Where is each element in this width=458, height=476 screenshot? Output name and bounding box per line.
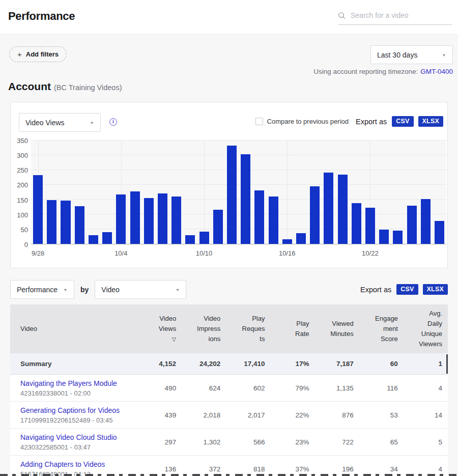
chart-bar-10/17[interactable] (296, 233, 306, 244)
account-heading: Account(BC Training Videos) (8, 80, 122, 93)
bar-slot (100, 141, 114, 244)
export-xlsx-button[interactable]: XLSX (418, 116, 443, 127)
bar-slot (128, 141, 141, 244)
cell-value: 372 (182, 465, 226, 473)
column-header-play-requests[interactable]: PlayRequests (226, 314, 270, 344)
chart-bar-10/21[interactable] (352, 203, 361, 244)
chart-bar-10/7[interactable] (158, 193, 167, 244)
chart-bar-10/10[interactable] (199, 232, 209, 244)
chart-bar-9/30[interactable] (61, 201, 70, 244)
performance-page: Performance + Add filters Last 30 days ▼… (0, 0, 458, 476)
cell-value: 2,018 (182, 411, 226, 419)
chart-bar-10/6[interactable] (144, 198, 154, 244)
chart-bar-10/18[interactable] (310, 186, 320, 244)
cell-value: 4 (404, 384, 448, 392)
chart-bars (31, 141, 446, 244)
metric-value: Video Views (25, 119, 65, 127)
chevron-down-icon: ▼ (63, 287, 68, 292)
chart-bar-10/16[interactable] (282, 239, 292, 244)
video-cell: Generating Captions for Videos1710999192… (10, 402, 137, 428)
video-title-link[interactable]: Navigating Video Cloud Studio (20, 433, 132, 441)
dimension-select[interactable]: Video ▼ (95, 280, 186, 299)
chart-bar-10/25[interactable] (407, 206, 417, 244)
timezone-link[interactable]: GMT-0400 (420, 68, 453, 75)
video-title-link[interactable]: Navigating the Players Module (20, 379, 132, 387)
info-icon[interactable]: i (109, 118, 117, 126)
header-line: Engage (359, 314, 398, 324)
header-line: Impress (182, 324, 220, 334)
summary-value: 17% (270, 360, 314, 368)
table-export-csv-button[interactable]: CSV (396, 284, 418, 295)
chart-bar-10/5[interactable] (130, 191, 140, 244)
chart-bar-10/8[interactable] (171, 197, 181, 244)
date-range-select[interactable]: Last 30 days ▼ (370, 45, 453, 64)
chart-bar-10/1[interactable] (75, 206, 84, 244)
chart-bar-9/29[interactable] (47, 200, 56, 244)
table-export-group: Export as CSV XLSX (360, 284, 448, 295)
chevron-down-icon: ▼ (90, 120, 94, 125)
top-bar: Performance (0, 0, 458, 35)
video-title-link[interactable]: Generating Captions for Videos (20, 406, 132, 414)
chart-bar-10/24[interactable] (393, 231, 403, 244)
header-line: Reques (226, 324, 265, 334)
column-header-viewed-minutes[interactable]: ViewedMinutes (315, 319, 359, 339)
chart-bar-10/19[interactable] (324, 173, 333, 244)
chart-bar-10/9[interactable] (185, 235, 195, 244)
y-tick-label: 50 (21, 226, 28, 233)
bar-slot (114, 141, 128, 244)
column-header-video[interactable]: Video (10, 324, 137, 334)
cell-value: 23% (270, 438, 314, 446)
chart-bar-10/22[interactable] (365, 208, 375, 244)
chart-bar-10/2[interactable] (89, 235, 98, 244)
chevron-down-icon: ▼ (442, 52, 446, 57)
chart-bar-10/23[interactable] (379, 230, 389, 244)
y-tick-label: 250 (17, 166, 28, 174)
bar-slot (280, 141, 294, 244)
chart-bar-10/14[interactable] (254, 190, 264, 244)
chart-bar-10/13[interactable] (241, 154, 250, 244)
cell-value: 624 (182, 384, 226, 392)
search-input[interactable] (350, 11, 452, 20)
chart-bar-10/20[interactable] (338, 175, 348, 244)
y-tick-label: 150 (17, 196, 28, 204)
y-tick-label: 100 (17, 211, 28, 218)
chart-card: Video Views ▼ i Compare to previous peri… (10, 102, 448, 268)
chart-bar-10/12[interactable] (227, 146, 237, 244)
bar-slot (363, 141, 377, 244)
export-csv-button[interactable]: CSV (392, 116, 413, 127)
chart-bar-10/11[interactable] (213, 210, 223, 244)
chart-bar-10/27[interactable] (435, 221, 444, 244)
metric-select[interactable]: Video Views ▼ (19, 113, 101, 132)
y-tick-label: 0 (24, 241, 28, 248)
report-type-select[interactable]: Performance ▼ (10, 280, 74, 299)
compare-checkbox[interactable] (255, 118, 263, 125)
table-body: Navigating the Players Module42316923380… (10, 375, 448, 476)
column-header-avg-daily-unique-viewers[interactable]: Avg.DailyUniqueViewers (404, 309, 448, 350)
cell-value: 439 (137, 411, 182, 419)
video-id: 4230322585001 - 03:47 (20, 443, 132, 451)
account-name: (BC Training Videos) (54, 83, 122, 92)
column-header-engagement-score[interactable]: EngagementScore (359, 314, 404, 344)
table-export-xlsx-button[interactable]: XLSX (423, 284, 448, 295)
column-header-video-views[interactable]: VideoViews▽ (137, 314, 182, 344)
summary-value: 17,410 (226, 360, 270, 368)
x-tick-label: 9/28 (32, 249, 44, 257)
table-scrollbar-thumb[interactable] (446, 354, 448, 374)
summary-value: 24,202 (182, 360, 226, 368)
video-title-link[interactable]: Adding Chapters to Videos (20, 460, 132, 468)
page-title: Performance (8, 10, 75, 23)
column-header-play-rate[interactable]: PlayRate (270, 319, 314, 339)
cell-value: 37% (270, 465, 314, 473)
video-cell: Navigating the Players Module42316923380… (10, 375, 137, 401)
chart-bar-10/3[interactable] (102, 232, 112, 244)
chart-y-axis: 050100150200250300350 (14, 141, 28, 244)
date-range-value: Last 30 days (377, 51, 417, 59)
column-header-video-impressions[interactable]: VideoImpressions (182, 314, 226, 344)
header-line: Unique (404, 329, 442, 339)
video-cell: Navigating Video Cloud Studio42303225850… (10, 429, 137, 455)
chart-bar-9/28[interactable] (33, 175, 43, 244)
add-filters-button[interactable]: + Add filters (9, 46, 67, 62)
chart-bar-10/26[interactable] (421, 199, 431, 244)
chart-bar-10/15[interactable] (269, 197, 278, 244)
chart-bar-10/4[interactable] (116, 194, 126, 244)
